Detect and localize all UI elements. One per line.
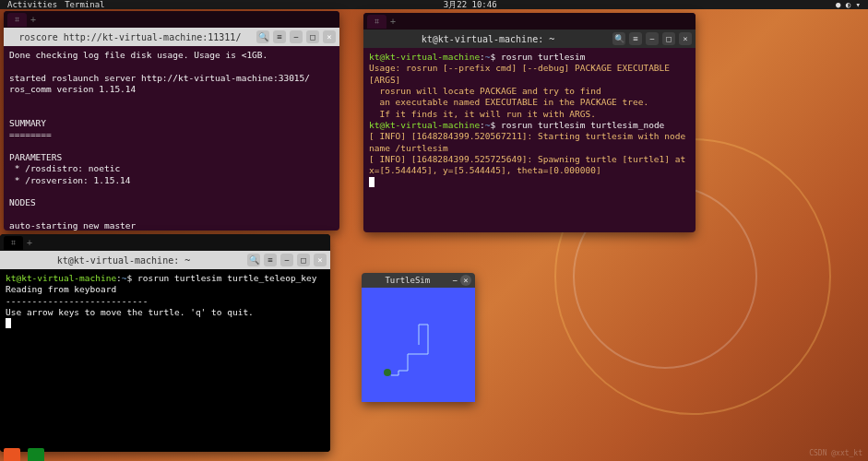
terminal-tab[interactable]: ⌗ bbox=[7, 13, 27, 27]
minimize-button[interactable]: − bbox=[290, 30, 303, 43]
minimize-button[interactable]: − bbox=[280, 254, 293, 266]
clock[interactable]: 3月22 10:46 bbox=[105, 0, 836, 11]
new-tab-button[interactable]: + bbox=[30, 15, 36, 25]
close-button[interactable]: × bbox=[323, 30, 336, 43]
menu-button[interactable]: ≡ bbox=[264, 254, 277, 266]
watermark: CSDN @xxt_kt bbox=[809, 449, 862, 457]
new-tab-button[interactable]: + bbox=[27, 238, 32, 248]
close-button[interactable]: × bbox=[314, 254, 327, 266]
titlebar[interactable]: TurtleSim − × bbox=[362, 273, 475, 288]
system-tray[interactable]: ● ◐ ▾ bbox=[836, 0, 861, 9]
terminal-tab[interactable]: ⌗ bbox=[4, 236, 23, 250]
tab-strip: ⌗ + bbox=[4, 11, 339, 28]
window-title: kt@kt-virtual-machine: ~ bbox=[4, 255, 244, 266]
search-button[interactable]: 🔍 bbox=[256, 30, 269, 43]
search-button[interactable]: 🔍 bbox=[612, 32, 625, 45]
turtlesim-window[interactable]: TurtleSim − × bbox=[362, 273, 475, 402]
turtle-icon bbox=[384, 369, 391, 376]
menu-button[interactable]: ≡ bbox=[629, 32, 642, 45]
window-title: roscore http://kt-virtual-machine:11311/ bbox=[7, 32, 253, 42]
minimize-button[interactable]: − bbox=[646, 32, 659, 45]
titlebar[interactable]: roscore http://kt-virtual-machine:11311/… bbox=[4, 28, 339, 46]
terminal-output[interactable]: kt@kt-virtual-machine:~$ rosrun turtlesi… bbox=[363, 48, 696, 232]
titlebar[interactable]: kt@kt-virtual-machine: ~ 🔍 ≡ − □ × bbox=[0, 251, 330, 269]
terminal-output[interactable]: kt@kt-virtual-machine:~$ rosrun turtlesi… bbox=[0, 269, 330, 452]
terminal-icon: ⌗ bbox=[15, 15, 19, 25]
window-title: kt@kt-virtual-machine: ~ bbox=[367, 34, 609, 44]
tab-strip: ⌗ + bbox=[0, 234, 330, 251]
new-tab-button[interactable]: + bbox=[390, 17, 396, 27]
maximize-button[interactable]: □ bbox=[662, 32, 675, 45]
titlebar[interactable]: kt@kt-virtual-machine: ~ 🔍 ≡ − □ × bbox=[363, 30, 696, 48]
window-title: TurtleSim bbox=[365, 276, 450, 285]
terminal-output[interactable]: Done checking log file disk usage. Usage… bbox=[4, 46, 339, 230]
dock[interactable] bbox=[0, 452, 48, 461]
menu-button[interactable]: ≡ bbox=[273, 30, 286, 43]
close-button[interactable]: × bbox=[460, 275, 471, 286]
minimize-button[interactable]: − bbox=[453, 276, 458, 285]
terminal-icon: ⌗ bbox=[11, 238, 16, 248]
turtlesim-canvas bbox=[362, 288, 475, 402]
terminal-window-turtlesim-node[interactable]: ⌗ + kt@kt-virtual-machine: ~ 🔍 ≡ − □ × k… bbox=[363, 13, 696, 232]
app-menu[interactable]: Terminal bbox=[65, 0, 104, 9]
top-panel: Activities Terminal 3月22 10:46 ● ◐ ▾ bbox=[0, 0, 868, 9]
terminal-icon: ⌗ bbox=[375, 17, 379, 27]
tab-strip: ⌗ + bbox=[363, 13, 696, 30]
terminal-tab[interactable]: ⌗ bbox=[367, 15, 386, 29]
terminal-window-teleop[interactable]: ⌗ + kt@kt-virtual-machine: ~ 🔍 ≡ − □ × k… bbox=[0, 234, 330, 452]
maximize-button[interactable]: □ bbox=[297, 254, 310, 266]
dock-files-icon[interactable] bbox=[4, 448, 20, 461]
close-button[interactable]: × bbox=[679, 32, 692, 45]
turtle-trail bbox=[362, 288, 475, 402]
maximize-button[interactable]: □ bbox=[306, 30, 319, 43]
terminal-window-roscore[interactable]: ⌗ + roscore http://kt-virtual-machine:11… bbox=[4, 11, 339, 230]
search-button[interactable]: 🔍 bbox=[247, 254, 260, 266]
dock-app-icon[interactable] bbox=[28, 448, 44, 461]
activities-button[interactable]: Activities bbox=[7, 0, 57, 9]
